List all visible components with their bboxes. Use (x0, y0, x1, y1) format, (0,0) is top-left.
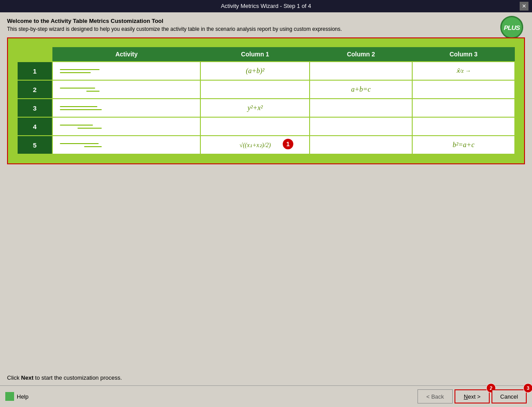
next-bold: Next (21, 374, 33, 381)
row1-col1[interactable]: (a+b)² (200, 62, 310, 80)
row-num-5: 5 (17, 136, 52, 154)
badge-1: 1 (282, 138, 294, 150)
table-row: 4 (17, 117, 515, 136)
next-button[interactable]: Next > (454, 389, 490, 403)
table-header-row: Activity Column 1 Column 2 Column 3 (17, 47, 515, 62)
row2-activity[interactable] (52, 80, 200, 99)
help-icon (5, 392, 14, 401)
header-col1: Column 1 (200, 47, 310, 62)
bottom-bar: Click Next to start the customization pr… (0, 370, 532, 407)
row3-col2[interactable] (310, 99, 412, 117)
row2-col1[interactable] (200, 80, 310, 99)
button-row: Help < Back Next > 2 Cancel 3 (0, 385, 532, 407)
nav-buttons: < Back Next > 2 Cancel 3 (417, 389, 527, 403)
cancel-button[interactable]: Cancel (491, 389, 527, 403)
activity-line (60, 72, 91, 73)
table-row: 3 y²+x² (17, 99, 515, 117)
back-button[interactable]: < Back (417, 389, 453, 403)
activity-table: Activity Column 1 Column 2 Column 3 1 (17, 47, 515, 155)
math-expr: y²+x² (248, 104, 263, 111)
activity-line (60, 106, 97, 107)
header-col2: Column 2 (310, 47, 412, 62)
next-label: Next > (464, 393, 480, 400)
welcome-desc: This step-by-step wizard is designed to … (7, 26, 525, 32)
row1-col3[interactable]: x̄/z → (412, 62, 515, 80)
table-container: Activity Column 1 Column 2 Column 3 1 (7, 37, 525, 164)
row2-col3[interactable] (412, 80, 515, 99)
help-label: Help (17, 393, 29, 400)
row4-col3[interactable] (412, 117, 515, 136)
welcome-title: Welcome to the Activity Table Metrics Cu… (7, 18, 525, 24)
table-row: 1 (a+b)² x̄/z → (17, 62, 515, 80)
activity-line (60, 69, 100, 70)
row4-col1[interactable] (200, 117, 310, 136)
activity-line (84, 146, 102, 147)
cancel-btn-wrapper: Cancel 3 (491, 389, 527, 403)
math-expr: b²=a+c (453, 141, 475, 148)
main-content: PLUS Welcome to the Activity Table Metri… (0, 12, 532, 177)
activity-line (60, 125, 93, 126)
row1-activity[interactable] (52, 62, 200, 80)
activity-line (60, 88, 95, 89)
row-num-2: 2 (17, 80, 52, 99)
row2-col2[interactable]: a+b=c (310, 80, 412, 99)
row3-col3[interactable] (412, 99, 515, 117)
logo-circle: PLUS (500, 16, 523, 39)
activity-line (78, 128, 102, 129)
titlebar: Activity Metrics Wizard - Step 1 of 4 ✕ (0, 0, 532, 12)
logo: PLUS (500, 16, 523, 39)
row5-col3[interactable]: b²=a+c (412, 136, 515, 154)
row3-activity[interactable] (52, 99, 200, 117)
row5-activity[interactable] (52, 136, 200, 154)
close-button[interactable]: ✕ (520, 2, 528, 11)
header-activity: Activity (52, 47, 200, 62)
row-num-4: 4 (17, 117, 52, 136)
table-row: 5 √((x₁+x₂)/2) b²=a+c (17, 136, 515, 154)
math-expr: x̄/z → (456, 67, 471, 74)
activity-line (60, 143, 99, 144)
row5-col2[interactable] (310, 136, 412, 154)
math-expr: (a+b)² (246, 67, 264, 74)
logo-text: PLUS (504, 24, 520, 31)
row-num-3: 3 (17, 99, 52, 117)
activity-line (60, 109, 102, 110)
header-col3: Column 3 (412, 47, 515, 62)
row3-col1[interactable]: y²+x² (200, 99, 310, 117)
math-expr: √((x₁+x₂)/2) (240, 142, 271, 148)
titlebar-title: Activity Metrics Wizard - Step 1 of 4 (221, 3, 311, 9)
next-btn-wrapper: Next > 2 (454, 389, 490, 403)
row-num-1: 1 (17, 62, 52, 80)
row4-activity[interactable] (52, 117, 200, 136)
row4-col2[interactable] (310, 117, 412, 136)
math-expr: a+b=c (351, 85, 371, 93)
header-num (17, 47, 52, 62)
row1-col2[interactable] (310, 62, 412, 80)
table-row: 2 a+b=c (17, 80, 515, 99)
bottom-instruction: Click Next to start the customization pr… (0, 370, 532, 385)
help-button[interactable]: Help (5, 392, 29, 401)
activity-line (86, 91, 100, 92)
